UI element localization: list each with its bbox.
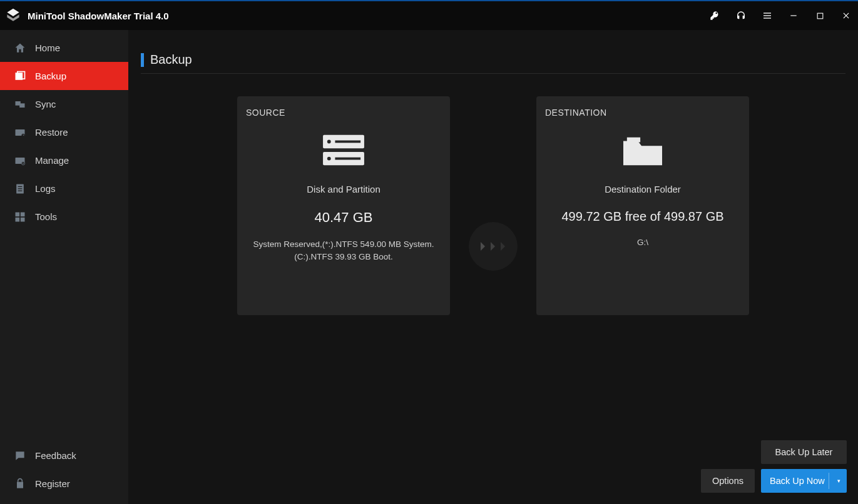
sidebar-item-label: Sync <box>35 99 56 109</box>
sidebar-item-label: Manage <box>35 155 69 166</box>
svg-rect-2 <box>764 18 771 18</box>
minimize-icon[interactable] <box>788 10 799 21</box>
svg-rect-27 <box>335 158 360 160</box>
chevron-down-icon: ▾ <box>837 478 840 484</box>
sidebar-nav: Home Backup Sync Restore Manage Logs <box>0 30 128 231</box>
backup-cards: SOURCE Disk and Partition 40.47 GB Syste… <box>128 81 858 315</box>
sidebar-item-label: Tools <box>35 211 57 222</box>
back-up-later-button[interactable]: Back Up Later <box>761 440 847 464</box>
titlebar: MiniTool ShadowMaker Trial 4.0 <box>0 0 858 30</box>
destination-heading: DESTINATION <box>545 108 607 118</box>
sidebar-item-label: Logs <box>35 183 56 194</box>
sync-icon <box>14 98 26 111</box>
sidebar-item-backup[interactable]: Backup <box>0 62 128 90</box>
sidebar-bottom: Feedback Register <box>0 438 128 504</box>
svg-rect-17 <box>18 190 23 191</box>
sidebar-item-label: Register <box>35 478 70 489</box>
svg-point-24 <box>327 140 331 144</box>
svg-rect-8 <box>19 103 24 108</box>
svg-rect-3 <box>790 15 796 16</box>
sidebar-item-tools[interactable]: Tools <box>0 203 128 231</box>
sidebar-item-home[interactable]: Home <box>0 34 128 62</box>
folder-icon <box>618 129 668 173</box>
backup-icon <box>14 70 26 83</box>
source-total-size: 40.47 GB <box>315 209 373 226</box>
tools-icon <box>14 211 26 223</box>
svg-rect-1 <box>764 15 771 16</box>
svg-point-13 <box>23 163 24 164</box>
destination-card[interactable]: DESTINATION Destination Folder 499.72 GB… <box>536 96 749 315</box>
svg-rect-0 <box>764 13 771 13</box>
sidebar-item-label: Backup <box>35 71 66 81</box>
register-icon <box>14 478 26 490</box>
source-card[interactable]: SOURCE Disk and Partition 40.47 GB Syste… <box>237 96 450 315</box>
manage-icon <box>14 154 26 167</box>
back-up-now-label: Back Up Now <box>770 476 825 486</box>
logs-icon <box>14 183 26 195</box>
svg-rect-4 <box>817 13 823 19</box>
sidebar-item-label: Restore <box>35 127 68 138</box>
key-icon[interactable] <box>709 10 720 21</box>
titlebar-left: MiniTool ShadowMaker Trial 4.0 <box>4 6 169 25</box>
sidebar: Home Backup Sync Restore Manage Logs <box>0 30 128 504</box>
svg-rect-16 <box>18 188 23 189</box>
home-icon <box>14 42 26 54</box>
source-type-label: Disk and Partition <box>307 184 380 194</box>
sidebar-item-feedback[interactable]: Feedback <box>0 441 128 470</box>
svg-rect-21 <box>21 217 25 221</box>
svg-rect-18 <box>16 212 20 216</box>
close-icon[interactable] <box>840 10 852 21</box>
options-button[interactable]: Options <box>701 469 755 493</box>
page-title: Backup <box>150 53 192 67</box>
page-header: Backup <box>128 30 858 81</box>
main-content: Backup SOURCE Disk and Partition <box>128 30 858 504</box>
footer-actions: Back Up Later Options Back Up Now ▾ <box>701 440 847 493</box>
svg-rect-25 <box>335 141 360 143</box>
app-title: MiniTool ShadowMaker Trial 4.0 <box>28 11 169 21</box>
titlebar-right <box>709 10 852 21</box>
restore-icon <box>14 126 26 139</box>
sidebar-item-label: Feedback <box>35 450 76 461</box>
sidebar-item-register[interactable]: Register <box>0 470 128 498</box>
sidebar-item-restore[interactable]: Restore <box>0 118 128 146</box>
destination-type-label: Destination Folder <box>605 184 681 194</box>
source-detail: System Reserved,(*:).NTFS 549.00 MB Syst… <box>246 238 441 263</box>
back-up-now-button[interactable]: Back Up Now ▾ <box>761 469 847 493</box>
page-title-accent <box>141 53 144 67</box>
sidebar-item-manage[interactable]: Manage <box>0 146 128 174</box>
sidebar-item-label: Home <box>35 43 60 53</box>
app-logo-icon <box>4 6 23 25</box>
svg-point-26 <box>327 157 331 161</box>
arrow-indicator <box>469 222 518 271</box>
svg-rect-20 <box>16 217 20 221</box>
destination-space: 499.72 GB free of 499.87 GB <box>561 209 723 224</box>
source-heading: SOURCE <box>246 108 285 118</box>
destination-path: G:\ <box>633 236 652 249</box>
disk-icon <box>319 129 369 173</box>
svg-rect-15 <box>18 186 23 186</box>
svg-rect-28 <box>627 138 640 143</box>
maximize-icon[interactable] <box>814 10 825 21</box>
svg-rect-19 <box>21 212 25 216</box>
feedback-icon <box>14 450 26 462</box>
headset-icon[interactable] <box>735 10 747 21</box>
menu-icon[interactable] <box>762 10 773 21</box>
sidebar-item-sync[interactable]: Sync <box>0 90 128 118</box>
sidebar-item-logs[interactable]: Logs <box>0 174 128 203</box>
